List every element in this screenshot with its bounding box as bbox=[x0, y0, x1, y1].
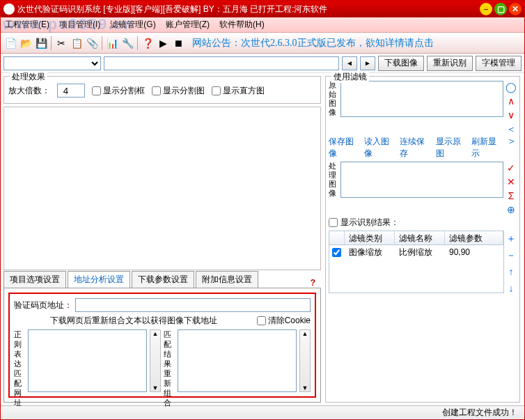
recombine-hint: 下载网页后重新组合文本以获得图像下载地址 bbox=[14, 315, 254, 327]
window-title: 次世代验证码识别系统 [专业版][客户端][吾爱破解] BY：五月海 已打开工程… bbox=[17, 3, 478, 15]
image-side-controls-2: ✓ ✕ Σ ⊕ bbox=[506, 162, 517, 215]
orig-image-label: 原始图像 bbox=[329, 81, 338, 117]
plus-circle-icon[interactable]: ⊕ bbox=[507, 205, 515, 215]
tb-new-icon[interactable]: 📄 bbox=[3, 36, 17, 50]
address-input[interactable] bbox=[104, 56, 339, 70]
show-result-checkbox[interactable] bbox=[329, 218, 338, 227]
settings-tabs-container: 项目选项设置 地址分析设置 下载参数设置 附加信息设置 ? 验证码页地址： 下载… bbox=[3, 273, 321, 403]
link-cont-save[interactable]: 连续保存 bbox=[400, 136, 432, 160]
effect-group-title: 处理效果 bbox=[10, 71, 47, 83]
captcha-url-input[interactable] bbox=[75, 298, 311, 312]
orig-image-box bbox=[340, 81, 503, 117]
menu-account-mgmt[interactable]: 账户管理(Z) bbox=[166, 19, 210, 31]
table-side-controls: ＋ － ↑ ↓ bbox=[506, 231, 517, 293]
link-save-image[interactable]: 保存图像 bbox=[329, 136, 361, 160]
tb-save-icon[interactable]: 💾 bbox=[34, 36, 48, 50]
tab-extra-info[interactable]: 附加信息设置 bbox=[196, 271, 258, 288]
tb-stop-icon[interactable]: ⏹ bbox=[171, 36, 185, 50]
regex-textarea[interactable] bbox=[28, 329, 147, 392]
close-button[interactable]: ✕ bbox=[509, 3, 522, 15]
link-load-image[interactable]: 读入图像 bbox=[364, 136, 397, 160]
tab-body: 验证码页地址： 下载网页后重新组合文本以获得图像下载地址 清除Cookie 正则… bbox=[3, 288, 321, 403]
link-show-orig[interactable]: 显示原图 bbox=[436, 136, 469, 160]
move-down-icon[interactable]: ↓ bbox=[509, 283, 514, 293]
row-checkbox[interactable] bbox=[332, 248, 341, 257]
filter-group: 使用滤镜 原始图像 ◯ ∧ ∨ ＜ 保存图像 读入图像 连续保存 显示原图 刷新… bbox=[325, 76, 520, 403]
status-text: 创建工程文件成功！ bbox=[442, 407, 517, 419]
announcement-text[interactable]: 网站公告：次世代2.6.3.0正式版已发布，欲知详情请点击 bbox=[187, 37, 522, 49]
left-icon[interactable]: ＜ bbox=[506, 124, 516, 134]
font-template-button[interactable]: 字模管理 bbox=[476, 56, 522, 71]
remove-icon[interactable]: － bbox=[506, 250, 516, 260]
nav-next-button[interactable]: ► bbox=[360, 56, 375, 70]
scrollbar[interactable]: ▲▼ bbox=[299, 329, 311, 392]
tab-download-params[interactable]: 下载参数设置 bbox=[132, 271, 194, 288]
up-icon[interactable]: ∧ bbox=[508, 96, 515, 106]
separator bbox=[102, 36, 102, 50]
maximize-button[interactable]: ▢ bbox=[494, 3, 507, 15]
table-row[interactable]: 图像缩放 比例缩放 90,90 bbox=[329, 245, 503, 259]
cb-split-box[interactable]: 显示分割框 bbox=[92, 85, 145, 97]
scrollbar[interactable]: ▲▼ bbox=[150, 329, 161, 392]
tb-run-icon[interactable]: ▶ bbox=[156, 36, 170, 50]
minimize-button[interactable]: － bbox=[480, 3, 492, 15]
down-icon[interactable]: ∨ bbox=[508, 110, 515, 120]
image-side-controls-1: ◯ ∧ ∨ ＜ bbox=[506, 81, 517, 134]
separator bbox=[137, 36, 138, 50]
zoom-input[interactable] bbox=[57, 84, 85, 98]
menu-bar: 工程管理(E) 项目管理(I) 滤镜管理(G) 账户管理(Z) 软件帮助(H) bbox=[1, 17, 524, 33]
recomb-textarea[interactable] bbox=[178, 329, 297, 392]
table-header: 滤镜类别 滤镜名称 滤镜参数 bbox=[329, 231, 503, 245]
menu-item-mgmt[interactable]: 项目管理(I) bbox=[59, 19, 100, 31]
circle-icon[interactable]: ◯ bbox=[506, 82, 517, 92]
add-icon[interactable]: ＋ bbox=[506, 233, 516, 243]
filter-table: 滤镜类别 滤镜名称 滤镜参数 图像缩放 比例缩放 90,90 bbox=[329, 231, 504, 293]
nav-prev-button[interactable]: ◄ bbox=[342, 56, 357, 70]
move-up-icon[interactable]: ↑ bbox=[509, 267, 514, 277]
clear-cookie-cb[interactable]: 清除Cookie bbox=[257, 315, 311, 327]
right-icon[interactable]: ＞ bbox=[507, 136, 517, 160]
tab-address-analysis[interactable]: 地址分析设置 bbox=[68, 271, 130, 288]
th-params[interactable]: 滤镜参数 bbox=[445, 231, 503, 244]
th-check[interactable] bbox=[329, 231, 345, 244]
tab-help-icon[interactable]: ? bbox=[305, 278, 321, 288]
image-action-links: 保存图像 读入图像 连续保存 显示原图 刷新显示 ＞ bbox=[329, 134, 517, 162]
th-name[interactable]: 滤镜名称 bbox=[395, 231, 445, 244]
sigma-icon[interactable]: Σ bbox=[508, 191, 515, 201]
tb-cut-icon[interactable]: ✂ bbox=[54, 36, 68, 50]
app-icon bbox=[3, 3, 15, 15]
show-result-label: 显示识别结果： bbox=[340, 217, 399, 228]
tb-copy-icon[interactable]: 📋 bbox=[70, 36, 84, 50]
preview-area bbox=[3, 107, 321, 270]
tb-tool-icon[interactable]: 🔧 bbox=[120, 36, 134, 50]
separator bbox=[51, 36, 52, 50]
tb-chart-icon[interactable]: 📊 bbox=[105, 36, 119, 50]
effect-group: 处理效果 放大倍数： 显示分割框 显示分割图 显示直方图 bbox=[3, 76, 321, 104]
filter-group-title: 使用滤镜 bbox=[331, 71, 369, 83]
highlight-box: 验证码页地址： 下载网页后重新组合文本以获得图像下载地址 清除Cookie 正则… bbox=[8, 293, 316, 398]
link-refresh[interactable]: 刷新显示 bbox=[471, 136, 504, 160]
address-bar-row: ◄ ► 下载图像 重新识别 字模管理 bbox=[1, 54, 524, 73]
tb-paste-icon[interactable]: 📎 bbox=[85, 36, 99, 50]
th-category[interactable]: 滤镜类别 bbox=[345, 231, 395, 244]
tab-project-options[interactable]: 项目选项设置 bbox=[3, 271, 66, 288]
cell-name: 比例缩放 bbox=[395, 245, 445, 260]
menu-filter-mgmt[interactable]: 滤镜管理(G) bbox=[110, 19, 155, 31]
tb-open-icon[interactable]: 📂 bbox=[19, 36, 33, 50]
project-select[interactable] bbox=[3, 56, 101, 70]
regex-label: 正则表达匹配网址 bbox=[14, 329, 25, 392]
menu-help[interactable]: 软件帮助(H) bbox=[219, 19, 265, 31]
cb-split-img[interactable]: 显示分割图 bbox=[152, 85, 205, 97]
recomb-label: 匹配结果重新组合 bbox=[164, 329, 175, 392]
proc-image-label: 处理图像 bbox=[329, 162, 338, 198]
x-icon[interactable]: ✕ bbox=[507, 177, 515, 187]
menu-project-mgmt[interactable]: 工程管理(E) bbox=[5, 19, 49, 31]
check-icon[interactable]: ✓ bbox=[507, 163, 515, 173]
tb-help-icon[interactable]: ❓ bbox=[141, 36, 155, 50]
title-bar: 次世代验证码识别系统 [专业版][客户端][吾爱破解] BY：五月海 已打开工程… bbox=[1, 1, 524, 17]
download-image-button[interactable]: 下载图像 bbox=[378, 56, 424, 71]
proc-image-box bbox=[340, 162, 503, 198]
rerecognize-button[interactable]: 重新识别 bbox=[427, 56, 473, 71]
toolbar: 📄 📂 💾 ✂ 📋 📎 📊 🔧 ❓ ▶ ⏹ 网站公告：次世代2.6.3.0正式版… bbox=[1, 33, 524, 54]
cb-histogram[interactable]: 显示直方图 bbox=[212, 85, 265, 97]
